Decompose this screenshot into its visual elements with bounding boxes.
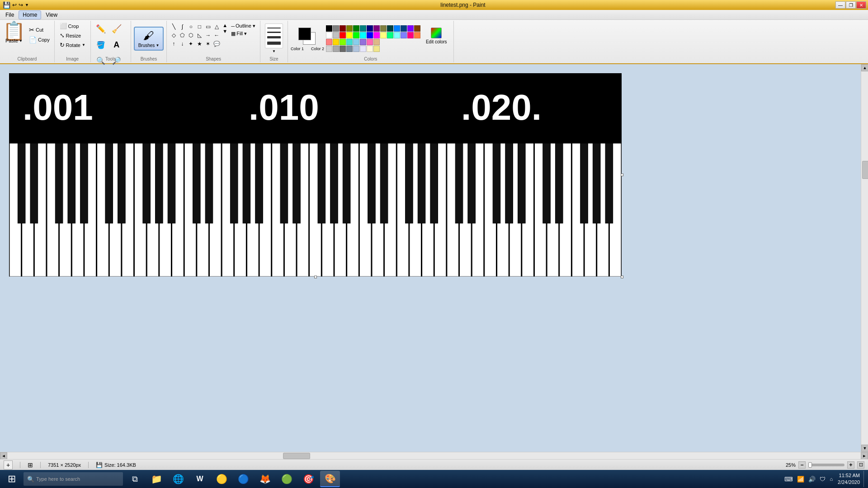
taskbar-app-green[interactable]: 🟢 bbox=[277, 471, 297, 487]
rotate-button[interactable]: ↻ Rotate ▼ bbox=[58, 41, 87, 49]
menu-home[interactable]: Home bbox=[19, 10, 41, 19]
menu-file[interactable]: File bbox=[2, 11, 18, 19]
close-button[interactable]: ✕ bbox=[856, 1, 866, 9]
shape-right-tri[interactable]: ◺ bbox=[195, 31, 203, 39]
eraser-tool[interactable]: 🧹 bbox=[109, 22, 124, 36]
color-lightgreen[interactable] bbox=[387, 32, 393, 38]
color-navyblue[interactable] bbox=[401, 25, 407, 32]
color-darkgreen[interactable] bbox=[353, 25, 359, 32]
color-slategray[interactable] bbox=[346, 46, 353, 52]
fill-tool[interactable]: 🪣 bbox=[94, 38, 108, 52]
taskbar-app-target[interactable]: 🎯 bbox=[298, 471, 318, 487]
color-salmon[interactable] bbox=[326, 39, 332, 45]
tray-shield[interactable]: 🛡 bbox=[818, 476, 827, 483]
quick-undo[interactable]: ↩ bbox=[12, 2, 17, 8]
fill-button[interactable]: ▦ Fill ▾ bbox=[229, 30, 257, 37]
color-turquoise[interactable] bbox=[346, 39, 353, 45]
taskbar-app-chrome[interactable]: 🌐 bbox=[168, 471, 188, 487]
color-lightcyan[interactable] bbox=[394, 32, 400, 38]
shape-diamond[interactable]: ◇ bbox=[170, 31, 178, 39]
brushes-button[interactable]: 🖌 Brushes ▼ bbox=[134, 27, 164, 51]
shape-callout[interactable]: 💬 bbox=[212, 40, 221, 48]
zoom-fit-button[interactable]: ⊡ bbox=[857, 461, 864, 469]
shape-curve[interactable]: ∫ bbox=[178, 23, 186, 31]
color-black[interactable] bbox=[326, 25, 332, 32]
shape-oval[interactable]: ○ bbox=[187, 23, 195, 31]
shape-star5[interactable]: ★ bbox=[195, 40, 203, 48]
shape-triangle[interactable]: △ bbox=[212, 23, 221, 31]
tray-volume[interactable]: 🔊 bbox=[807, 476, 817, 483]
color-olive2[interactable] bbox=[380, 25, 387, 32]
taskbar-app-chrome2[interactable]: 🔵 bbox=[233, 471, 253, 487]
color-dimgray[interactable] bbox=[340, 46, 346, 52]
shape-arrow-r[interactable]: → bbox=[204, 31, 212, 39]
edit-colors-button[interactable]: Edit colors bbox=[424, 26, 449, 46]
zoom-out-button[interactable]: − bbox=[798, 461, 806, 469]
color-darkgray2[interactable] bbox=[333, 46, 339, 52]
resize-handle-right[interactable] bbox=[621, 174, 623, 176]
resize-handle-corner[interactable] bbox=[621, 276, 623, 278]
shape-star6[interactable]: ✶ bbox=[204, 40, 212, 48]
quick-save[interactable]: 💾 bbox=[3, 1, 10, 9]
tray-network[interactable]: 📶 bbox=[796, 476, 806, 483]
canvas-scroll-area[interactable]: .001 .010 .020. bbox=[0, 64, 861, 452]
color-lavender[interactable] bbox=[360, 46, 366, 52]
canvas[interactable]: .001 .010 .020. bbox=[9, 73, 622, 277]
color-gold[interactable] bbox=[333, 39, 339, 45]
taskbar-file-explorer[interactable]: 📁 bbox=[146, 471, 166, 487]
shape-line[interactable]: ╲ bbox=[170, 23, 178, 31]
color-darkgray[interactable] bbox=[333, 25, 339, 32]
taskbar-app-g[interactable]: 🟡 bbox=[212, 471, 231, 487]
add-button[interactable]: + bbox=[4, 460, 13, 469]
color-red[interactable] bbox=[340, 32, 346, 38]
text-tool[interactable]: A bbox=[109, 38, 124, 52]
taskbar-search[interactable]: 🔍 Type here to search bbox=[24, 472, 123, 486]
color-brown[interactable] bbox=[414, 25, 420, 32]
shape-rounded-rect[interactable]: ▭ bbox=[204, 23, 212, 31]
shape-pentagon[interactable]: ⬠ bbox=[178, 31, 186, 39]
color-blue2[interactable] bbox=[367, 32, 373, 38]
taskbar-paint[interactable]: 🎨 bbox=[320, 471, 340, 487]
color-cornsilk[interactable] bbox=[367, 46, 373, 52]
color-steelblue[interactable] bbox=[353, 46, 359, 52]
color-skyblue[interactable] bbox=[353, 39, 359, 45]
color-darkred[interactable] bbox=[340, 25, 346, 32]
copy-button[interactable]: 📄 Copy bbox=[27, 35, 52, 44]
color-purple[interactable] bbox=[373, 25, 380, 32]
color-lightgray2[interactable] bbox=[326, 46, 332, 52]
shape-star4[interactable]: ✦ bbox=[187, 40, 195, 48]
color-darkteal[interactable] bbox=[387, 25, 393, 32]
vertical-scrollbar[interactable]: ▲ ▼ bbox=[861, 64, 868, 452]
crop-button[interactable]: ⬜ Crop bbox=[58, 22, 81, 30]
color-cyan[interactable] bbox=[360, 32, 366, 38]
shape-rect[interactable]: □ bbox=[195, 23, 203, 31]
color1-swatch[interactable] bbox=[298, 28, 311, 40]
menu-view[interactable]: View bbox=[42, 11, 61, 19]
color-blue[interactable] bbox=[394, 25, 400, 32]
paste-button[interactable]: 📋 bbox=[3, 22, 25, 40]
color-lightgray[interactable] bbox=[333, 32, 339, 38]
color-lightyellow[interactable] bbox=[380, 32, 387, 38]
shape-arrow-l[interactable]: ← bbox=[212, 31, 221, 39]
color-pink[interactable] bbox=[407, 32, 414, 38]
color-violet[interactable] bbox=[407, 25, 414, 32]
clock[interactable]: 11:52 AM 2/24/2020 bbox=[834, 472, 863, 486]
resize-handle-bottom[interactable] bbox=[314, 276, 317, 278]
quick-dropdown[interactable]: ▼ bbox=[25, 3, 29, 7]
color-khaki[interactable] bbox=[373, 46, 380, 52]
color-lime[interactable] bbox=[353, 32, 359, 38]
minimize-button[interactable]: — bbox=[835, 1, 845, 9]
zoom-slider[interactable] bbox=[808, 464, 844, 466]
color-magenta[interactable] bbox=[373, 32, 380, 38]
color-mediumpurple[interactable] bbox=[360, 39, 366, 45]
horizontal-scrollbar[interactable]: ◄ ► bbox=[0, 452, 868, 459]
outline-button[interactable]: ─ Outline ▾ bbox=[229, 23, 257, 29]
restore-button[interactable]: ❐ bbox=[846, 1, 856, 9]
size-area[interactable]: ▼ bbox=[263, 22, 285, 60]
cut-button[interactable]: ✂ Cut bbox=[27, 25, 52, 34]
task-view-button[interactable]: ⧉ bbox=[125, 471, 145, 487]
quick-redo[interactable]: ↪ bbox=[19, 2, 23, 8]
color-teal[interactable] bbox=[360, 25, 366, 32]
color-burlywood[interactable] bbox=[373, 39, 380, 45]
color-white[interactable] bbox=[326, 32, 332, 38]
